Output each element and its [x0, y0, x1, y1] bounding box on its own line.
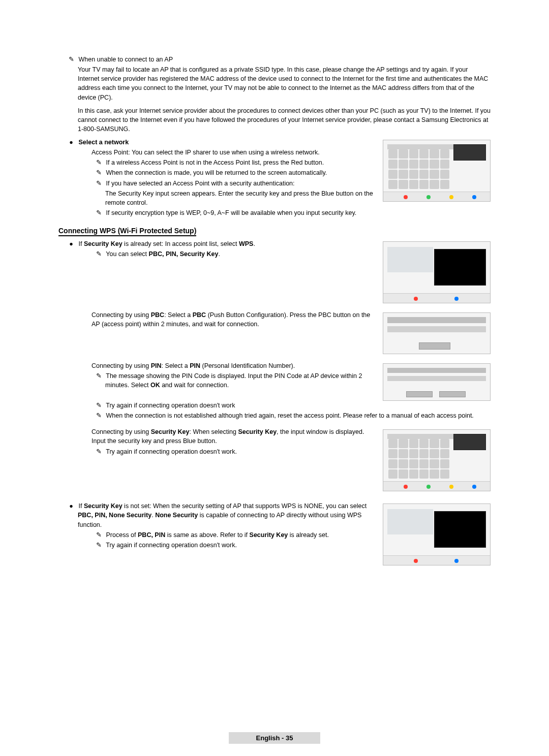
text: Connecting by using PBC: Select a PBC (P… — [58, 310, 375, 329]
row-not-set: ● If Security Key is not set: When the s… — [58, 501, 491, 565]
note-icon: ✎ — [95, 179, 102, 188]
note-icon: ✎ — [95, 208, 102, 217]
note-item: ✎ Try again if connecting operation does… — [58, 541, 375, 550]
label: Select a network — [78, 139, 129, 146]
note-icon: ✎ — [95, 371, 102, 381]
note-item: ✎ Try again if connecting operation does… — [58, 401, 491, 410]
text: Try again if connecting operation doesn'… — [106, 448, 237, 455]
text: Access Point: You can select the IP shar… — [58, 148, 375, 157]
note-icon: ✎ — [95, 530, 102, 540]
text: Process of PBC, PIN is same as above. Re… — [106, 531, 328, 539]
row-select-network: ● Select a network Access Point: You can… — [58, 138, 491, 218]
text: You can select PBC, PIN, Security Key. — [106, 250, 220, 258]
text: If Security Key is already set: In acces… — [78, 240, 255, 247]
paragraph: Your TV may fail to locate an AP that is… — [58, 65, 491, 102]
note-item: ✎ Try again if connecting operation does… — [58, 447, 375, 456]
note-icon: ✎ — [95, 541, 102, 550]
note-item: ✎ Process of PBC, PIN is same as above. … — [58, 530, 375, 540]
screenshot-thumb-none-security — [383, 503, 491, 565]
row-security-key: Connecting by using Security Key: When s… — [58, 427, 491, 491]
bullet-item: ● If Security Key is already set: In acc… — [58, 239, 375, 248]
screenshot-thumb-security-key — [383, 429, 491, 491]
note-item: ✎ When the connection is made, you will … — [58, 168, 375, 177]
text: Connecting by using Security Key: When s… — [58, 427, 375, 446]
note-item: ✎ When the connection is not established… — [58, 411, 491, 420]
note-item: ✎ If you have selected an Access Point w… — [58, 179, 375, 188]
col-text: ● Select a network Access Point: You can… — [58, 138, 375, 218]
note-icon: ✎ — [68, 55, 75, 64]
note-item: ✎ The message showing the PIN Code is di… — [58, 371, 375, 390]
paragraph: In this case, ask your Internet service … — [58, 106, 491, 134]
note-item: ✎ If a wireless Access Point is not in t… — [58, 158, 375, 167]
text: The Security Key input screen appears. E… — [58, 189, 375, 207]
bullet-icon: ● — [68, 501, 75, 511]
text: The message showing the PIN Code is disp… — [105, 372, 362, 389]
text: If you have selected an Access Point wit… — [106, 180, 294, 187]
bullet-item: ● Select a network — [58, 138, 375, 147]
text: If Security Key is not set: When the sec… — [78, 502, 367, 528]
note-icon: ✎ — [95, 158, 102, 167]
note-icon: ✎ — [95, 447, 102, 456]
bullet-icon: ● — [68, 138, 75, 147]
text: Connecting by using PIN: Select a PIN (P… — [58, 361, 375, 370]
note-icon: ✎ — [95, 249, 102, 259]
section-heading-wps: Connecting WPS (Wi-Fi Protected Setup) — [58, 227, 196, 236]
note-item: ✎ You can select PBC, PIN, Security Key. — [58, 249, 375, 259]
text: Try again if connecting operation doesn'… — [106, 402, 235, 409]
note-icon: ✎ — [95, 401, 102, 410]
screenshot-thumb-keypad — [383, 140, 491, 202]
note-icon: ✎ — [95, 168, 102, 177]
text: When the connection is not established a… — [106, 412, 473, 419]
text: Try again if connecting operation doesn'… — [106, 542, 237, 549]
page-footer: English - 35 — [229, 732, 320, 744]
row-wps-set: ● If Security Key is already set: In acc… — [58, 239, 491, 303]
bullet-item: ● If Security Key is not set: When the s… — [58, 501, 375, 529]
text: If a wireless Access Point is not in the… — [106, 159, 324, 166]
text: When unable to connect to an AP — [78, 56, 173, 63]
screenshot-thumb-pin — [383, 363, 491, 401]
note-unable-title: ✎ When unable to connect to an AP — [58, 55, 491, 64]
screenshot-thumb-pbc — [383, 312, 491, 354]
note-icon: ✎ — [95, 411, 102, 420]
manual-page: ✎ When unable to connect to an AP Your T… — [0, 0, 549, 756]
bullet-icon: ● — [68, 239, 75, 248]
text: When the connection is made, you will be… — [106, 169, 327, 176]
note-item: ✎ If security encryption type is WEP, 0~… — [58, 208, 375, 217]
screenshot-thumb-wps-list — [383, 241, 491, 303]
row-pbc: Connecting by using PBC: Select a PBC (P… — [58, 310, 491, 354]
row-pin: Connecting by using PIN: Select a PIN (P… — [58, 361, 491, 401]
text: If security encryption type is WEP, 0~9,… — [106, 209, 356, 216]
